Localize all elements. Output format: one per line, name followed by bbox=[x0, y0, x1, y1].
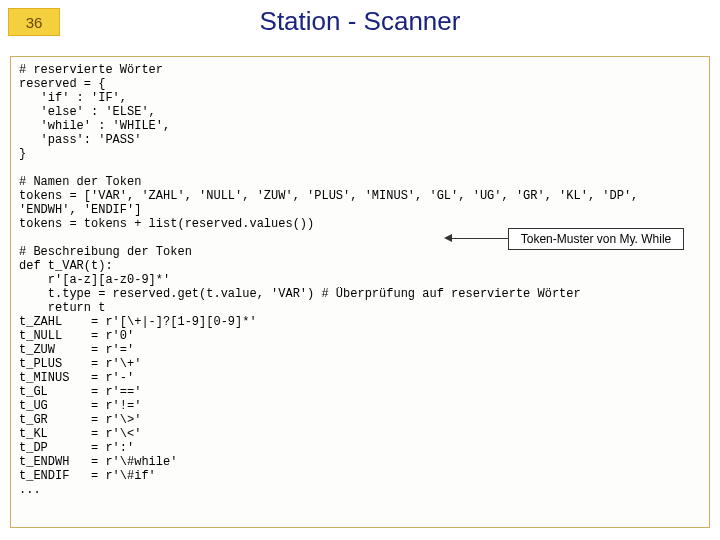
callout-connector bbox=[448, 238, 508, 239]
slide-title: Station - Scanner bbox=[0, 6, 720, 37]
callout-box: Token-Muster von My. While bbox=[508, 228, 684, 250]
slide: 36 Station - Scanner # reservierte Wörte… bbox=[0, 0, 720, 540]
slide-header: 36 Station - Scanner bbox=[0, 0, 720, 48]
callout-text: Token-Muster von My. While bbox=[521, 232, 672, 246]
code-block: # reservierte Wörter reserved = { 'if' :… bbox=[10, 56, 710, 528]
